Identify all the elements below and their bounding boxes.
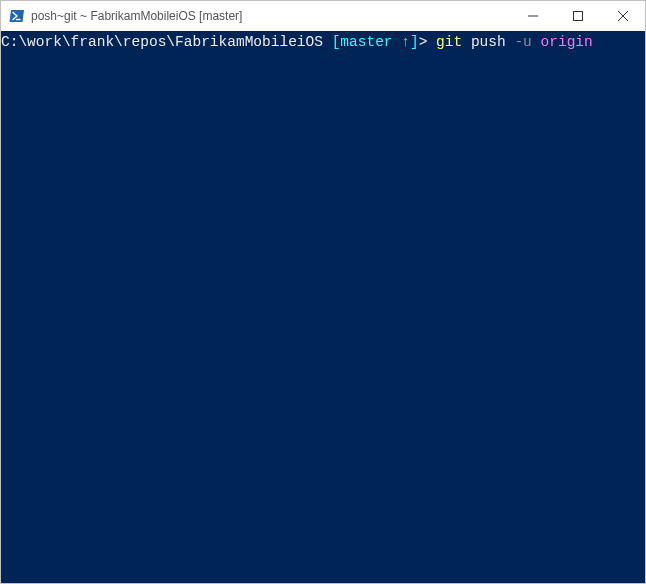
command-push: push — [471, 34, 506, 50]
minimize-button[interactable] — [510, 1, 555, 31]
prompt-path: C:\work\frank\repos\FabrikamMobileiOS — [1, 34, 332, 50]
powershell-icon — [9, 8, 25, 24]
window-title: posh~git ~ FabrikamMobileiOS [master] — [31, 9, 242, 23]
close-button[interactable] — [600, 1, 645, 31]
window-controls — [510, 1, 645, 31]
prompt-branch-close: ] — [410, 34, 419, 50]
terminal-area[interactable]: C:\work\frank\repos\FabrikamMobileiOS [m… — [1, 31, 645, 583]
titlebar[interactable]: posh~git ~ FabrikamMobileiOS [master] — [1, 1, 645, 31]
command-git: git — [436, 34, 462, 50]
prompt-gt: > — [419, 34, 428, 50]
command-remote: origin — [541, 34, 593, 50]
prompt-branch-arrow: ↑ — [401, 34, 410, 50]
window-frame: posh~git ~ FabrikamMobileiOS [master] C:… — [0, 0, 646, 584]
svg-rect-1 — [573, 12, 582, 21]
maximize-button[interactable] — [555, 1, 600, 31]
titlebar-left: posh~git ~ FabrikamMobileiOS [master] — [9, 8, 242, 24]
prompt-branch-name: master — [340, 34, 401, 50]
command-flag: -u — [514, 34, 531, 50]
